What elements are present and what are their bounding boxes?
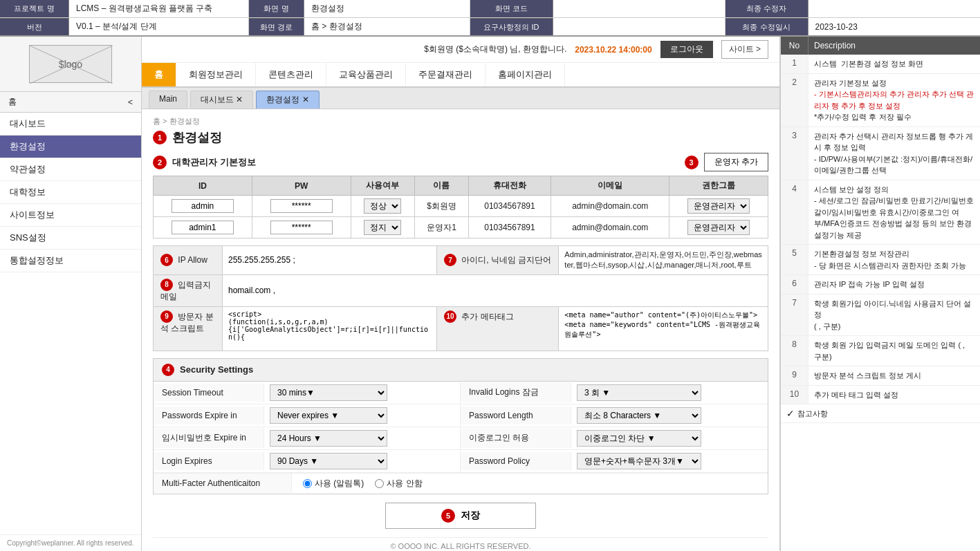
status-select[interactable]: 정지 bbox=[364, 220, 401, 235]
last-modified-value: 2023-10-23 bbox=[808, 18, 981, 35]
sidebar-nav-header: 홈 < bbox=[0, 92, 141, 113]
section1-title: 대학관리자 기본정보 bbox=[172, 156, 256, 169]
meta-circle: 10 bbox=[444, 310, 456, 323]
screen-code-value bbox=[553, 0, 725, 17]
mfa-option1-radio[interactable] bbox=[303, 479, 312, 488]
desc-number: 3 bbox=[781, 127, 808, 180]
desc-number: 1 bbox=[781, 55, 808, 73]
security-right-select[interactable]: 최소 8 Characters ▼ bbox=[577, 407, 701, 424]
security-left-select[interactable]: 90 Days ▼ bbox=[270, 453, 387, 469]
save-label: 저장 bbox=[461, 510, 480, 522]
desc-item: 9방문자 분석 스크립트 정보 게시 bbox=[781, 366, 980, 386]
nav-menu-items: 홈회원정보관리콘텐츠관리교육상품관리주문결재관리홈페이지관리 bbox=[142, 63, 779, 86]
desc-text: 학생 회원가입 아이디.닉네임 사용금지 단어 설정 ( , 구분) bbox=[808, 295, 980, 336]
screen-label: 화면 명 bbox=[249, 0, 304, 17]
mfa-option2-label[interactable]: 사용 안함 bbox=[375, 478, 422, 489]
tab-item[interactable]: 대시보드 ✕ bbox=[190, 91, 253, 109]
table-header-cell: 휴대전화 bbox=[468, 176, 551, 196]
security-circle: 4 bbox=[162, 364, 174, 376]
desc-item: 1시스템 기본환경 설정 정보 화면 bbox=[781, 55, 980, 74]
nav-menu-item-0[interactable]: 홈 bbox=[142, 63, 176, 86]
table-cell bbox=[252, 196, 351, 217]
sidebar-collapse-icon[interactable]: < bbox=[128, 97, 133, 107]
table-row: 정상$회원명01034567891admin@domain.com운영관리자 bbox=[154, 196, 768, 217]
email-block-circle: 8 bbox=[160, 279, 173, 291]
mfa-option2-text: 사용 안함 bbox=[387, 478, 422, 489]
security-left-select[interactable]: Never expires ▼ bbox=[270, 407, 387, 424]
sidebar-item[interactable]: SNS설정 bbox=[0, 227, 141, 250]
checkmark-icon: ✓ bbox=[786, 408, 795, 419]
table-cell: 01034567891 bbox=[468, 217, 551, 239]
desc-text: 시스템 보안 설정 정의 - 세션/로그인 잠금/비밀번호 만료기간/비밀번호 … bbox=[808, 180, 980, 245]
desc-items: 1시스템 기본환경 설정 정보 화면2관리자 기본정보 설정- 기본시스템관리자… bbox=[781, 55, 980, 404]
tab-item[interactable]: 환경설정 ✕ bbox=[256, 91, 319, 109]
welcome-bar: $회원명 ($소속대학명) 님, 환영합니다. 2023.10.22 14:00… bbox=[142, 37, 779, 63]
desc-description-header: Description bbox=[808, 37, 980, 55]
nav-menu-item-1[interactable]: 회원정보관리 bbox=[176, 63, 256, 86]
welcome-text: $회원명 ($소속대학명) 님, 환영합니다. bbox=[424, 44, 566, 55]
status-select[interactable]: 정상 bbox=[364, 198, 401, 214]
table-cell: $회원명 bbox=[415, 196, 468, 217]
security-left-label: Login Expires bbox=[154, 452, 264, 470]
security-title: Security Settings bbox=[180, 364, 253, 375]
id-input[interactable] bbox=[172, 199, 234, 213]
logo-text: $logo bbox=[59, 59, 82, 70]
mfa-option1-label[interactable]: 사용 (알림톡) bbox=[303, 478, 364, 489]
security-right-label: Invalid Logins 잠금 bbox=[461, 382, 571, 402]
note-label: 참고사항 bbox=[797, 409, 828, 419]
sidebar-item[interactable]: 대학정보 bbox=[0, 181, 141, 204]
security-right-select[interactable]: 영문+숫자+특수문자 3개▼ bbox=[577, 453, 701, 469]
script-circle: 9 bbox=[160, 310, 173, 323]
mfa-option2-radio[interactable] bbox=[375, 479, 384, 488]
table-cell bbox=[154, 217, 252, 239]
sidebar-logo: $logo bbox=[0, 37, 141, 92]
ip-allow-label: IP Allow bbox=[178, 255, 207, 265]
sidebar-item[interactable]: 약관설정 bbox=[0, 158, 141, 181]
email-block-input[interactable] bbox=[228, 286, 762, 295]
security-row: Session Timeout30 mins▼Invalid Logins 잠금… bbox=[154, 382, 768, 404]
save-button[interactable]: 5 저장 bbox=[385, 503, 536, 529]
logout-button[interactable]: 로그아웃 bbox=[660, 41, 713, 58]
nav-menu-item-3[interactable]: 교육상품관리 bbox=[326, 63, 406, 86]
sidebar-item[interactable]: 통합설정정보 bbox=[0, 250, 141, 272]
ip-allow-input[interactable] bbox=[228, 255, 431, 265]
script-textarea[interactable]: <script> (function(i,s,o,g,r,a,m){i['Goo… bbox=[228, 310, 431, 345]
security-row: 임시비밀번호 Expire in24 Hours ▼이중로그인 허용이중로그인 … bbox=[154, 427, 768, 450]
security-right-select[interactable]: 이중로그인 차단 ▼ bbox=[577, 430, 701, 447]
table-cell: 운영관리자 bbox=[669, 217, 768, 239]
desc-number: 4 bbox=[781, 180, 808, 245]
desc-text: 관리자 추가 선택시 관리자 정보드롭 행 추가 게시 후 정보 입력 - ID… bbox=[808, 127, 980, 180]
nav-menu-item-4[interactable]: 주문결재관리 bbox=[406, 63, 486, 86]
role-select[interactable]: 운영관리자 bbox=[687, 220, 750, 235]
last-editor-label: 최종 수정자 bbox=[725, 0, 808, 17]
table-row: 정지운영자101034567891admin@domain.com운영관리자 bbox=[154, 217, 768, 239]
sidebar-item[interactable]: 대시보드 bbox=[0, 113, 141, 136]
table-cell: 01034567891 bbox=[468, 196, 551, 217]
meta-textarea[interactable]: <meta name="author" content="(주)아이티스노우볼"… bbox=[564, 310, 762, 345]
security-left-select[interactable]: 30 mins▼ bbox=[270, 384, 387, 401]
security-left-select[interactable]: 24 Hours ▼ bbox=[270, 430, 387, 447]
security-section: 4 Security Settings Session Timeout30 mi… bbox=[153, 358, 768, 494]
site-button[interactable]: 사이트 > bbox=[721, 40, 768, 59]
desc-item: 7학생 회원가입 아이디.닉네임 사용금지 단어 설정 ( , 구분) bbox=[781, 295, 980, 337]
save-circle: 5 bbox=[441, 509, 455, 523]
desc-number: 10 bbox=[781, 386, 808, 404]
project-value: LCMS – 원격평생교육원 플랫폼 구축 bbox=[69, 0, 249, 17]
table-header-cell: 사용여부 bbox=[351, 176, 415, 196]
pw-input[interactable] bbox=[270, 221, 333, 234]
security-right-select[interactable]: 3 회 ▼ bbox=[577, 384, 701, 401]
desc-item: 2관리자 기본정보 설정- 기본시스템관리자의 추가 관리자 추가 선택 관리자… bbox=[781, 74, 980, 127]
desc-item: 3관리자 추가 선택시 관리자 정보드롭 행 추가 게시 후 정보 입력 - I… bbox=[781, 127, 980, 180]
security-row: Passwords Expire inNever expires ▼Passwo… bbox=[154, 404, 768, 427]
pw-input[interactable] bbox=[270, 199, 333, 213]
nav-menu-item-2[interactable]: 콘텐츠관리 bbox=[256, 63, 326, 86]
tab-item[interactable]: Main bbox=[149, 91, 187, 109]
sidebar-item[interactable]: 환경설정 bbox=[0, 136, 141, 158]
id-input[interactable] bbox=[172, 221, 234, 234]
sidebar-item[interactable]: 사이트정보 bbox=[0, 204, 141, 227]
add-manager-button[interactable]: 운영자 추가 bbox=[704, 153, 768, 171]
role-select[interactable]: 운영관리자 bbox=[687, 198, 750, 214]
tabs-container: Main대시보드 ✕환경설정 ✕ bbox=[149, 91, 320, 109]
nav-menu-item-5[interactable]: 홈페이지관리 bbox=[486, 63, 565, 86]
desc-item: 4시스템 보안 설정 정의 - 세션/로그인 잠금/비밀번호 만료기간/비밀번호… bbox=[781, 180, 980, 245]
